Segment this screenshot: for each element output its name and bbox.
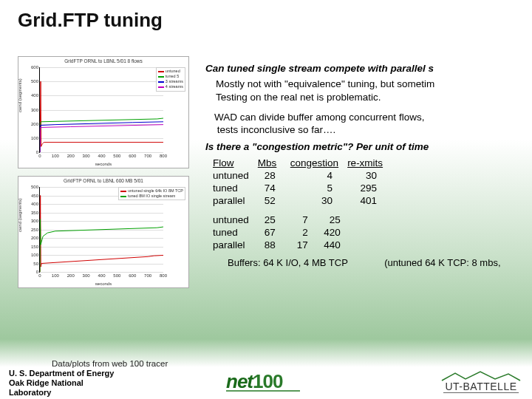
cell-rex: 30 — [347, 169, 392, 182]
cell-cong: 17 — [290, 239, 323, 251]
th-cong: congestion — [290, 157, 347, 169]
cell-rex: 295 — [347, 182, 392, 194]
xtick: 400 — [98, 273, 105, 278]
answer-1b: Testing on the real net is problematic. — [216, 92, 381, 103]
legend-swatch — [158, 81, 164, 83]
affil-line1: U. S. Department of Energy — [9, 369, 114, 378]
ytick: 600 — [31, 65, 38, 69]
cell-mbs: 74 — [258, 182, 290, 194]
ut-battelle-logo: UT-BATTELLE — [440, 370, 522, 393]
answer-1: Mostly not with "equivalence" tuning, bu… — [216, 78, 532, 103]
legend-label: tuned 5 — [166, 74, 179, 79]
affil-line2: Oak Ridge National — [9, 378, 83, 387]
legend-label: untuned — [166, 69, 180, 74]
legend-row: untuned — [158, 69, 183, 74]
xtick: 500 — [113, 273, 120, 278]
plot-area: 0100200300400500600010020030040050060070… — [39, 67, 163, 153]
affiliation: U. S. Department of Energy Oak Ridge Nat… — [9, 369, 114, 398]
net100-100: 100 — [253, 370, 282, 392]
cell-rex: 25 — [323, 214, 355, 226]
legend-swatch — [158, 86, 164, 88]
th-rex: re-xmits — [347, 157, 392, 169]
question-1: Can tuned single stream compete with par… — [205, 62, 532, 75]
metric-table-2: untuned25725tuned672420parallel8817440 — [213, 214, 355, 252]
net100-logo: net100 — [226, 370, 300, 392]
cell-flow: untuned — [213, 169, 258, 182]
chart-ylabel: cwnd (segments) — [18, 198, 22, 232]
legend-label: 3 streams — [166, 79, 183, 84]
ytick: 150 — [31, 245, 38, 249]
xtick: 600 — [129, 154, 136, 158]
table-row: parallel5230401 — [213, 194, 392, 207]
ytick: 500 — [31, 79, 38, 83]
note-1a: WAD can divide buffer among concurrent f… — [214, 112, 424, 123]
th-flow: Flow — [213, 157, 258, 169]
xtick: 700 — [144, 273, 151, 278]
ut-battelle-text: UT-BATTELLE — [443, 381, 518, 393]
legend-swatch — [120, 196, 126, 197]
cell-flow: tuned — [213, 226, 258, 239]
legend-swatch — [120, 191, 126, 192]
ytick: 300 — [31, 108, 38, 112]
table-row: untuned25725 — [213, 214, 355, 226]
chart-1: GridFTP ORNL to LBNL 5/01 8 flowscwnd (s… — [18, 56, 189, 168]
xtick: 300 — [83, 273, 90, 278]
xtick: 100 — [52, 273, 59, 278]
chart-2: GridFTP ORNL to LBNL 600 MB 5/01cwnd (se… — [18, 176, 189, 288]
table-row: tuned672420 — [213, 226, 355, 239]
page-title: Grid.FTP tuning — [0, 0, 532, 32]
note-1b: tests inconclusive so far…. — [217, 124, 336, 135]
xtick: 0 — [38, 273, 41, 278]
cell-mbs: 52 — [258, 194, 290, 207]
xtick: 500 — [113, 154, 120, 158]
ytick: 450 — [31, 194, 38, 198]
legend-swatch — [158, 76, 164, 78]
legend-row: 4 streams — [158, 84, 183, 89]
ytick: 350 — [31, 211, 38, 215]
cell-rex: 440 — [323, 239, 355, 251]
ytick: 200 — [31, 122, 38, 126]
th-mbs: Mbs — [258, 157, 290, 169]
note-1: WAD can divide buffer among concurrent f… — [214, 111, 532, 137]
affil-line3: Laboratory — [9, 388, 51, 397]
cell-flow: untuned — [213, 214, 258, 226]
metric-table-1: Flow Mbs congestion re-xmits untuned2843… — [213, 157, 392, 208]
legend-row: 3 streams — [158, 79, 183, 84]
xtick: 200 — [67, 273, 75, 278]
metric-tables: Flow Mbs congestion re-xmits untuned2843… — [213, 157, 532, 252]
cell-rex: 420 — [323, 226, 355, 239]
cell-cong: 4 — [290, 169, 347, 182]
legend-label: untuned single 64k IO 8M TCP — [128, 188, 183, 194]
chart-legend: untuned single 64k IO 8M TCPtuned 8M IO … — [118, 187, 185, 200]
text-column: Can tuned single stream compete with par… — [200, 47, 532, 364]
xtick: 200 — [67, 154, 75, 158]
charts-column: GridFTP ORNL to LBNL 5/01 8 flowscwnd (s… — [0, 47, 200, 364]
xtick: 100 — [52, 154, 59, 158]
legend-label: 4 streams — [166, 84, 183, 89]
ytick: 100 — [31, 136, 38, 140]
cell-cong: 30 — [290, 194, 347, 207]
net100-net: net — [226, 370, 253, 392]
cell-mbs: 25 — [258, 214, 290, 226]
legend-swatch — [158, 71, 164, 72]
table-row: tuned745295 — [213, 182, 392, 194]
cell-mbs: 28 — [258, 169, 290, 182]
ytick: 100 — [31, 253, 38, 257]
answer-1a: Mostly not with "equivalence" tuning, bu… — [216, 78, 434, 89]
xtick: 400 — [98, 154, 105, 158]
ytick: 200 — [31, 236, 38, 240]
ytick: 250 — [31, 228, 38, 232]
footer: Data/plots from web 100 tracer U. S. Dep… — [0, 359, 532, 398]
content-area: GridFTP ORNL to LBNL 5/01 8 flowscwnd (s… — [0, 47, 532, 364]
legend-row: untuned single 64k IO 8M TCP — [120, 188, 183, 194]
buffers-label: Buffers: 64 K I/O, 4 MB TCP — [228, 257, 348, 268]
legend-label: tuned 8M IO single stream — [128, 194, 176, 199]
legend-row: tuned 8M IO single stream — [120, 194, 183, 199]
buffers-note: Buffers: 64 K I/O, 4 MB TCP (untuned 64 … — [228, 257, 532, 270]
question-2: Is there a "congestion metric"? Per unit… — [205, 140, 532, 153]
cell-flow: parallel — [213, 194, 258, 207]
ytick: 50 — [33, 262, 38, 266]
cell-mbs: 88 — [258, 239, 290, 251]
cell-cong: 2 — [290, 226, 323, 239]
chart-title: GridFTP ORNL to LBNL 600 MB 5/01 — [18, 178, 188, 183]
